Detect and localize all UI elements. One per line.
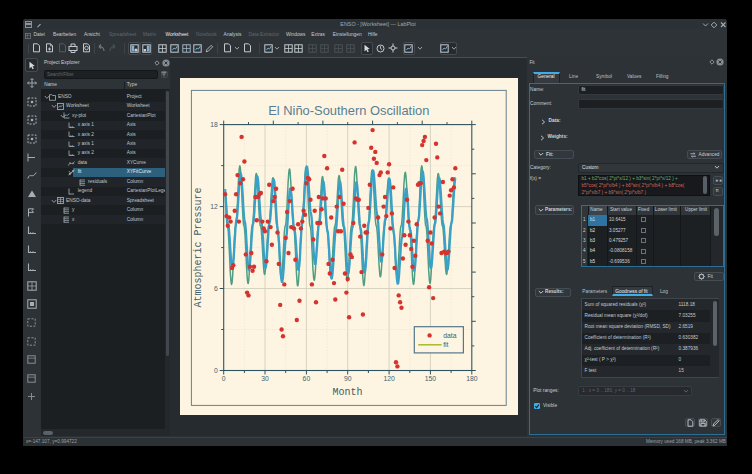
svg-text:120: 120 [384,375,396,382]
svg-text:150: 150 [425,375,437,382]
svg-text:18: 18 [211,121,219,128]
svg-text:60: 60 [303,375,311,382]
svg-text:90: 90 [344,375,352,382]
svg-text:0: 0 [214,366,218,373]
svg-text:data: data [444,331,457,338]
svg-text:6: 6 [214,284,218,291]
svg-text:fit: fit [444,341,449,348]
svg-text:El Niño-Southern Oscillation: El Niño-Southern Oscillation [269,102,430,117]
svg-text:30: 30 [262,375,270,382]
svg-text:180: 180 [467,375,479,382]
svg-text:Month: Month [333,387,363,398]
svg-text:Atmospheric Pressure: Atmospheric Pressure [193,187,204,307]
svg-text:0: 0 [222,375,226,382]
svg-text:12: 12 [211,203,219,210]
